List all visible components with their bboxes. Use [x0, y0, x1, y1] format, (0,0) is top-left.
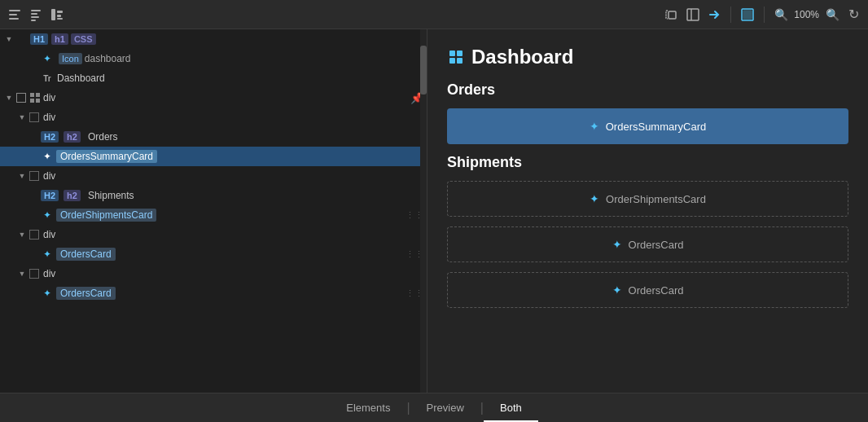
puzzle-icon-orders-card-1: ✦ [612, 238, 622, 251]
main-area: H1 h1 CSS ✦ Icon dashboard Tr Dashboard [0, 29, 868, 393]
svg-rect-7 [51, 9, 55, 20]
order-shipments-badge: OrderShipmentsCard [56, 209, 156, 222]
refresh-icon[interactable]: ↻ [845, 7, 861, 23]
zoom-in-icon[interactable]: 🔍 [824, 7, 840, 23]
svg-rect-10 [57, 18, 63, 20]
order-shipments-card-label: OrderShipmentsCard [606, 193, 706, 205]
toggle-div-outer[interactable] [3, 92, 15, 103]
puzzle-icon-orders-card-2: ✦ [612, 284, 622, 297]
svg-rect-19 [36, 99, 40, 103]
tree-node-order-shipments[interactable]: ✦ OrderShipmentsCard ⋮⋮ [0, 205, 427, 225]
h1-badge: H1 [30, 33, 48, 45]
toggle-div-3[interactable] [16, 229, 28, 240]
dashboard-label: Dashboard [57, 73, 105, 84]
tree-node-div-2[interactable]: div [0, 166, 427, 186]
top-toolbar: 🔍 100% 🔍 ↻ [0, 0, 868, 29]
tab-both-label: Both [500, 402, 522, 414]
toggle-div-2[interactable] [16, 170, 28, 182]
div-outer-icon [15, 91, 28, 104]
icon-text: dashboard [85, 53, 131, 64]
div-outer-label: div [43, 92, 55, 103]
svg-rect-17 [36, 93, 40, 97]
tab-elements-label: Elements [346, 402, 390, 414]
puzzle-icon-tree: ✦ [41, 52, 54, 65]
orders-summary-badge: OrdersSummaryCard [56, 150, 157, 163]
icon-badge: Icon [59, 53, 82, 64]
arrow-right-icon[interactable] [706, 7, 722, 23]
orders-label: Orders [88, 131, 118, 143]
svg-rect-0 [9, 10, 20, 11]
tree-node-div-outer[interactable]: div 📌 [0, 88, 427, 108]
svg-rect-9 [57, 15, 61, 17]
left-panel: H1 h1 CSS ✦ Icon dashboard Tr Dashboard [0, 29, 427, 393]
tr-icon: Tr [41, 72, 54, 85]
puzzle-orders-summary: ✦ [41, 150, 54, 163]
preview-title: Dashboard [447, 46, 848, 68]
svg-rect-18 [30, 99, 34, 103]
tree-node-div-3[interactable]: div [0, 225, 427, 244]
view-icon[interactable] [685, 7, 701, 23]
puzzle-icon-order-shipments: ✦ [590, 192, 599, 205]
orders-card-preview-1[interactable]: ✦ OrdersCard [447, 226, 848, 262]
puzzle-orders-card-1: ✦ [41, 248, 54, 261]
orders-card-1-badge: OrdersCard [56, 248, 116, 261]
svg-rect-3 [31, 10, 41, 11]
svg-rect-16 [30, 93, 34, 97]
div-4-label: div [43, 268, 55, 279]
orders-card-2-preview-label: OrdersCard [629, 284, 684, 297]
tree-node-div-1[interactable]: div [0, 108, 427, 127]
toggle-div-4[interactable] [16, 268, 28, 279]
h2-orders-small: h2 [64, 131, 81, 143]
toggle-h1[interactable] [3, 33, 15, 45]
tab-both[interactable]: Both [484, 393, 538, 422]
orders-card-preview-2[interactable]: ✦ OrdersCard [447, 272, 848, 308]
scroll-thumb[interactable] [420, 46, 427, 95]
zoom-out-icon[interactable]: 🔍 [773, 7, 789, 23]
align-icon-2[interactable] [28, 7, 44, 23]
align-icon-1[interactable] [7, 7, 23, 23]
h1-icon [15, 33, 28, 46]
svg-rect-6 [31, 20, 36, 21]
orders-card-2-badge: OrdersCard [56, 287, 116, 300]
grid-icon-outer [30, 93, 40, 103]
toggle-div-1[interactable] [16, 112, 28, 123]
preview-box-icon[interactable] [739, 7, 756, 23]
svg-rect-11 [669, 11, 676, 19]
preview-title-text: Dashboard [471, 46, 573, 68]
div-1-label: div [43, 112, 55, 123]
svg-rect-12 [687, 9, 699, 20]
div-2-square-icon [28, 169, 41, 182]
tree-node-div-4[interactable]: div [0, 264, 427, 284]
h1-small-badge: h1 [51, 33, 68, 45]
tab-preview-label: Preview [427, 402, 464, 414]
scroll-track [420, 29, 427, 393]
tree-node-h1[interactable]: H1 h1 CSS [0, 29, 427, 49]
div-2-label: div [43, 170, 55, 182]
div-3-label: div [43, 229, 55, 240]
tab-preview[interactable]: Preview [410, 393, 480, 422]
svg-rect-8 [57, 11, 63, 13]
tree-node-orders-card-1[interactable]: ✦ OrdersCard ⋮⋮ [0, 244, 427, 264]
tab-elements[interactable]: Elements [330, 393, 406, 422]
right-panel: Dashboard Orders ✦ OrdersSummaryCard Shi… [427, 29, 868, 393]
h2-shipments-badge: H2 [41, 190, 59, 201]
tree-node-orders-summary[interactable]: ✦ OrdersSummaryCard [0, 147, 427, 166]
svg-rect-1 [9, 14, 17, 15]
order-shipments-card[interactable]: ✦ OrderShipmentsCard [447, 181, 848, 217]
h2-orders-badge: H2 [41, 131, 59, 143]
svg-rect-5 [31, 16, 39, 18]
svg-rect-2 [9, 18, 19, 20]
duplicate-icon[interactable] [664, 7, 680, 23]
div-3-square-icon [28, 228, 41, 241]
orders-summary-card[interactable]: ✦ OrdersSummaryCard [447, 108, 848, 144]
tree-node-h2-shipments[interactable]: H2 h2 Shipments [0, 186, 427, 205]
h2-shipments-small: h2 [64, 190, 81, 201]
puzzle-order-shipments: ✦ [41, 209, 54, 222]
align-icon-3[interactable] [49, 7, 65, 23]
puzzle-orders-card-2: ✦ [41, 287, 54, 300]
shipments-section-heading: Shipments [447, 154, 848, 171]
tree-node-h2-orders[interactable]: H2 h2 Orders [0, 127, 427, 147]
tree-node-orders-card-2[interactable]: ✦ OrdersCard ⋮⋮ [0, 284, 427, 303]
tree-node-tr-dashboard[interactable]: Tr Dashboard [0, 68, 427, 88]
tree-node-icon[interactable]: ✦ Icon dashboard [0, 49, 427, 68]
